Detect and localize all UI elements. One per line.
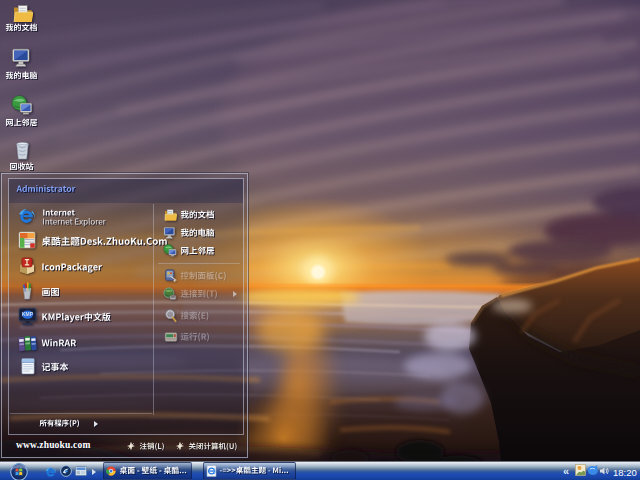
svg-text:KMP: KMP <box>22 312 34 317</box>
